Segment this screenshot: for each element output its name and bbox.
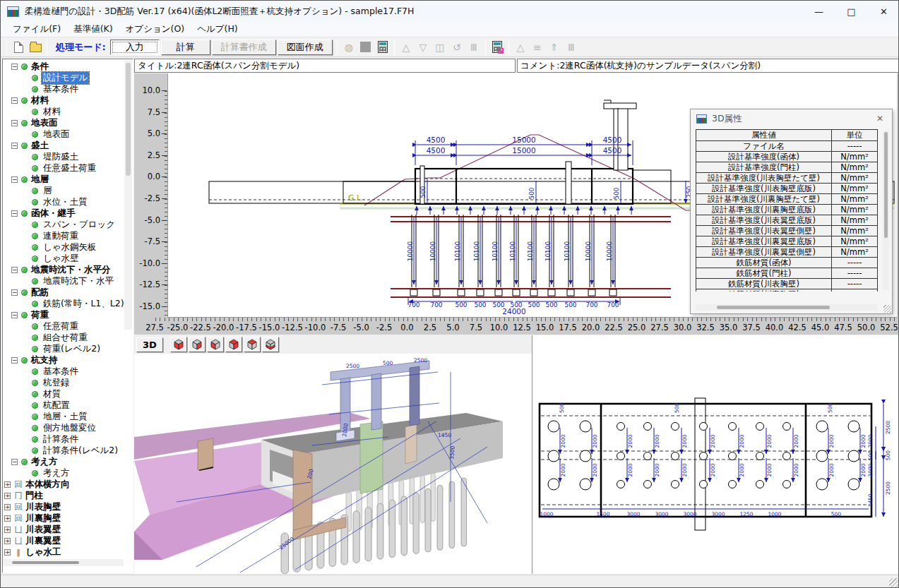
tree-item-collapsed[interactable]: +回川裏胸壁 xyxy=(3,512,124,524)
tree-item[interactable]: 材質 xyxy=(3,388,124,400)
collapse-icon[interactable]: − xyxy=(11,289,18,296)
section-icon[interactable]: ◫ xyxy=(432,40,448,55)
tree-item[interactable]: 地層・土質 xyxy=(3,411,124,422)
view-cube-left-button[interactable] xyxy=(207,337,224,352)
expand-icon[interactable]: + xyxy=(4,493,11,499)
collapse-icon[interactable]: − xyxy=(11,357,18,364)
tree-item[interactable]: 連動荷重 xyxy=(3,230,124,241)
collapse-icon[interactable]: − xyxy=(11,210,18,217)
export-report-icon[interactable]: ⇑ xyxy=(547,40,562,55)
levels-icon[interactable]: ≡ xyxy=(530,40,545,55)
columns2-icon[interactable]: Ⅲ xyxy=(564,40,579,55)
prop-row[interactable]: 設計基準強度(川裏胸壁底版)N/mm² xyxy=(696,205,878,215)
tree-item-collapsed[interactable]: +回川表胸壁 xyxy=(3,501,124,512)
tree-horizontal-scrollbar[interactable] xyxy=(4,559,124,566)
tree-item[interactable]: スパン・ブロック xyxy=(3,219,124,230)
view-cube-back-button[interactable] xyxy=(225,337,242,352)
tree-item[interactable]: しゃ水壁 xyxy=(3,253,124,264)
tree-item[interactable]: 考え方 xyxy=(3,467,124,479)
maximize-button[interactable]: □ xyxy=(835,1,867,22)
mode-button[interactable]: 計算書作成 xyxy=(212,40,276,55)
filter-icon[interactable]: ▽ xyxy=(415,40,431,55)
mode-button[interactable]: 図面作成 xyxy=(278,40,333,55)
prop-row[interactable]: ファイル名----- xyxy=(696,141,878,152)
tree-item-collapsed[interactable]: +回本体横方向 xyxy=(3,479,124,490)
view3d-button[interactable]: 3D xyxy=(136,337,163,352)
tree-item[interactable]: 荷重(レベル2) xyxy=(3,343,124,354)
prop-row[interactable]: 設計基準強度(川表翼壁底版)N/mm² xyxy=(696,215,878,226)
pile-calc-button[interactable]: P xyxy=(489,40,505,55)
tree-vertical-scrollbar[interactable] xyxy=(124,60,132,330)
collapse-icon[interactable]: − xyxy=(11,312,18,318)
props-dialog-titlebar[interactable]: 3D属性 xyxy=(691,109,892,128)
dialog-resize-grip[interactable] xyxy=(883,305,891,313)
elevation-view[interactable]: G.L. xyxy=(134,73,899,335)
collapse-icon[interactable]: − xyxy=(11,143,18,149)
new-file-button[interactable] xyxy=(11,40,26,55)
menu-item[interactable]: オプション(O) xyxy=(119,22,191,37)
tree-item[interactable]: 杭配置 xyxy=(3,400,124,411)
tree-item[interactable]: 任意荷重 xyxy=(3,320,124,332)
tree-item[interactable]: 杭登録 xyxy=(3,377,124,388)
mode-button[interactable]: 計算 xyxy=(161,40,210,55)
rotate-icon[interactable]: ↺ xyxy=(449,40,465,55)
tree-item[interactable]: しゃ水鋼矢板 xyxy=(3,241,124,253)
tree-item-collapsed[interactable]: +冂門柱 xyxy=(3,490,124,501)
tree-item[interactable]: 堤防盛土 xyxy=(3,151,124,162)
prop-row[interactable]: 鉄筋材質(門柱)----- xyxy=(696,268,878,279)
tree-group[interactable]: −配筋 xyxy=(3,287,124,298)
tree-group[interactable]: −函体・継手 xyxy=(3,208,124,219)
calc-button[interactable] xyxy=(375,40,391,55)
tree-item[interactable]: 基本条件 xyxy=(3,366,124,377)
menu-item[interactable]: 基準値(K) xyxy=(67,22,119,37)
tree-group[interactable]: −条件 xyxy=(3,61,124,72)
dialog-vertical-scrollbar[interactable] xyxy=(883,131,889,290)
open-file-button[interactable] xyxy=(28,40,43,55)
panel-divider[interactable] xyxy=(532,335,532,574)
tree-item[interactable]: 組合せ荷重 xyxy=(3,332,124,343)
measure-icon[interactable]: △ xyxy=(398,40,414,55)
prop-row[interactable]: 鉄筋材質(川表胸壁)----- xyxy=(696,279,878,289)
prop-row[interactable]: 鉄筋材質(函体)----- xyxy=(696,258,878,268)
view-cube-front-button[interactable] xyxy=(170,337,187,352)
view-cube-top-button[interactable] xyxy=(244,337,261,352)
preview-button[interactable]: ◍ xyxy=(341,40,357,55)
tree-item[interactable]: 地震時沈下・水平 xyxy=(3,275,124,287)
minimize-button[interactable]: — xyxy=(803,1,835,22)
tree-group[interactable]: −盛土 xyxy=(3,140,124,151)
tree-item-collapsed[interactable]: +凵川裏翼壁 xyxy=(3,535,124,546)
prop-row[interactable]: 設計基準強度(川表胸壁底版)N/mm² xyxy=(696,184,878,194)
pile-plan-view[interactable]: 2000200020002000200020002000200020002000… xyxy=(532,335,899,574)
props-dialog[interactable]: 3D属性 ✕ 属性値 単位 ファイル名-----設計基準強度(函体)N/mm²設… xyxy=(690,109,893,314)
collapse-icon[interactable]: − xyxy=(11,97,18,104)
tree-item[interactable]: 計算条件(レベル2) xyxy=(3,445,124,456)
dialog-horizontal-scrollbar[interactable] xyxy=(696,304,878,311)
prop-row[interactable]: 設計基準強度(川裏翼壁側壁)N/mm² xyxy=(696,247,878,258)
menu-item[interactable]: ファイル(F) xyxy=(6,22,67,37)
prop-row[interactable]: 設計基準強度(函体)N/mm² xyxy=(696,152,878,162)
tree-item[interactable]: 水位・土質 xyxy=(3,196,124,208)
tree-group[interactable]: −地層 xyxy=(3,174,124,185)
expand-icon[interactable]: + xyxy=(4,527,11,533)
prop-row[interactable]: 設計基準強度(川裏翼壁底版)N/mm² xyxy=(696,236,878,247)
slope-icon[interactable]: △ xyxy=(513,40,528,55)
prop-row[interactable]: 鉄筋材質(川裏胸壁)----- xyxy=(696,289,878,292)
prop-row[interactable]: 設計基準強度(門柱)N/mm² xyxy=(696,162,878,173)
expand-icon[interactable]: + xyxy=(4,515,11,522)
tree-item[interactable]: 材料 xyxy=(3,106,124,117)
collapse-icon[interactable]: − xyxy=(11,64,18,70)
collapse-icon[interactable]: − xyxy=(11,176,18,183)
tree-item[interactable]: 層 xyxy=(3,185,124,196)
prop-row[interactable]: 設計基準強度(川裏胸壁たて壁)N/mm² xyxy=(696,194,878,205)
tree-group[interactable]: −地表面 xyxy=(3,117,124,128)
columns-icon[interactable]: Ⅲ xyxy=(466,40,482,55)
tree-group[interactable]: −杭支持 xyxy=(3,354,124,366)
tree-item-collapsed[interactable]: +‖しゃ水工 xyxy=(3,546,124,558)
tree-group[interactable]: −地震時沈下・水平分 xyxy=(3,264,124,275)
mode-button[interactable]: 入力 xyxy=(110,40,160,55)
collapse-icon[interactable]: − xyxy=(11,267,18,273)
stop-button[interactable] xyxy=(358,40,374,55)
view-cube-bottom-button[interactable] xyxy=(262,337,279,352)
collapse-icon[interactable]: − xyxy=(11,120,18,126)
tree-item[interactable]: 鉄筋(常時・L1、L2) xyxy=(3,298,124,309)
